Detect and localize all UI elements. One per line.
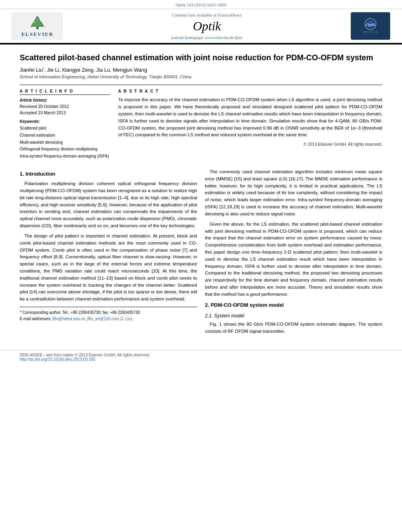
body-col-left: 1. Introduction Polarization multiplexin… — [20, 169, 197, 338]
svg-point-4 — [39, 20, 41, 22]
section2-1-heading: 2.1. System model — [205, 312, 382, 320]
section1-para1: Polarization multiplexing division coher… — [20, 180, 197, 230]
elsevier-brand-text: ELSEVIER — [21, 31, 54, 37]
elsevier-tree-icon — [26, 15, 49, 30]
keyword-4: Orthogonal frequency division multiplexi… — [20, 146, 110, 153]
top-bar: Optik 124 (2013) 5422–5426 — [0, 0, 402, 9]
keywords-heading: Keywords: — [20, 119, 110, 124]
section1-col2-para2: Given the above, for the LS estimation, … — [205, 221, 382, 298]
footer-bar: 0030-4026/$ – see front matter © 2013 El… — [0, 350, 402, 364]
journal-center: Contents lists available at ScienceDirec… — [63, 13, 351, 40]
footnote-area: * Corresponding author. Tel.: +86 226043… — [20, 307, 197, 322]
section1-para2: The design of pilot pattern is important… — [20, 233, 197, 303]
keywords-list: Scattered pilot Channel estimation Multi… — [20, 125, 110, 160]
sciencedirect-line: Contents lists available at ScienceDirec… — [71, 13, 343, 17]
body-col-right: The commonly used channel estimation alg… — [205, 169, 382, 338]
accepted-date: Accepted 23 March 2013 — [20, 110, 110, 116]
section2-heading: 2. PDM-CO-OFDM system model — [205, 301, 382, 309]
article-info-panel: A R T I C L E I N F O Article history: R… — [20, 89, 110, 163]
article-title: Scattered pilot-based channel estimation… — [20, 52, 382, 63]
section1-col2-para1: The commonly used channel estimation alg… — [205, 169, 382, 218]
footnote-email: E-mail addresses: jlfiu@hebut.edu.cn, jl… — [20, 316, 197, 322]
footnote-corresponding: * Corresponding author. Tel.: +86 226043… — [20, 310, 197, 316]
journal-homepage: journal homepage: www.elsevier.de/ijleo — [71, 35, 343, 40]
abstract-heading: A B S T R A C T — [118, 89, 382, 93]
affiliation: School of Information Engineering, Hebei… — [20, 74, 382, 79]
abstract-text: To improve the accuracy of the channel e… — [118, 96, 382, 139]
email-label: E-mail addresses: — [20, 317, 51, 321]
keyword-1: Scattered pilot — [20, 125, 110, 132]
svg-point-3 — [34, 22, 35, 23]
optik-badge: Optik OPTICS — [355, 15, 386, 37]
elsevier-logo-container: ELSEVIER — [12, 12, 63, 40]
article-history: Article history: Received 29 October 201… — [20, 98, 110, 116]
keyword-5: Intra-symbol frequency-domain averaging … — [20, 153, 110, 160]
svg-text:Optik: Optik — [366, 22, 376, 27]
optik-logo-container: Optik OPTICS — [351, 12, 390, 40]
body-columns: 1. Introduction Polarization multiplexin… — [20, 169, 382, 338]
content-area: Scattered pilot-based channel estimation… — [0, 44, 402, 346]
optik-badge-icon: Optik OPTICS — [355, 15, 386, 37]
keywords-section: Keywords: Scattered pilot Channel estima… — [20, 119, 110, 160]
elsevier-logo: ELSEVIER — [21, 15, 54, 37]
doi-link[interactable]: http://dx.doi.org/10.1016/j.ijleo.2013.0… — [20, 357, 95, 361]
journal-header: ELSEVIER Contents lists available at Sci… — [0, 9, 402, 44]
journal-citation: Optik 124 (2013) 5422–5426 — [176, 2, 227, 7]
info-abstract-section: A R T I C L E I N F O Article history: R… — [20, 85, 382, 163]
issn-text: 0030-4026/$ – see front matter © 2013 El… — [20, 353, 150, 357]
received-date: Received 29 October 2012 — [20, 104, 110, 110]
svg-point-5 — [37, 19, 38, 20]
contents-label: Contents lists available at — [172, 13, 216, 17]
section1-heading: 1. Introduction — [20, 170, 197, 178]
email-addresses[interactable]: jlfiu@hebut.edu.cn, jlfiu_ee@126.com (J.… — [52, 317, 133, 321]
journal-title: Optik — [71, 19, 343, 33]
article-info-heading: A R T I C L E I N F O — [20, 89, 110, 95]
sciencedirect-link-text[interactable]: ScienceDirect — [218, 13, 242, 17]
section2-para1: Fig. 1 shows the 80 Gb/s PDM-CO-OFDM sys… — [205, 321, 382, 335]
copyright: © 2013 Elsevier GmbH. All rights reserve… — [118, 142, 382, 146]
history-heading: Article history: — [20, 98, 110, 102]
abstract-panel: A B S T R A C T To improve the accuracy … — [118, 89, 382, 163]
keyword-3: Multi-wavelet denoising — [20, 139, 110, 146]
homepage-link[interactable]: www.elsevier.de/ijleo — [205, 35, 242, 40]
authors-line: Jianfei Liu*, Jie Li, Xiangye Zeng, Jia … — [20, 67, 382, 73]
svg-text:OPTICS: OPTICS — [363, 31, 378, 33]
page: Optik 124 (2013) 5422–5426 ELSEVIER — [0, 0, 402, 532]
keyword-2: Channel estimation — [20, 132, 110, 139]
authors-text: Jianfei Liu*, Jie Li, Xiangye Zeng, Jia … — [20, 67, 147, 73]
homepage-label: journal homepage: — [171, 35, 204, 40]
